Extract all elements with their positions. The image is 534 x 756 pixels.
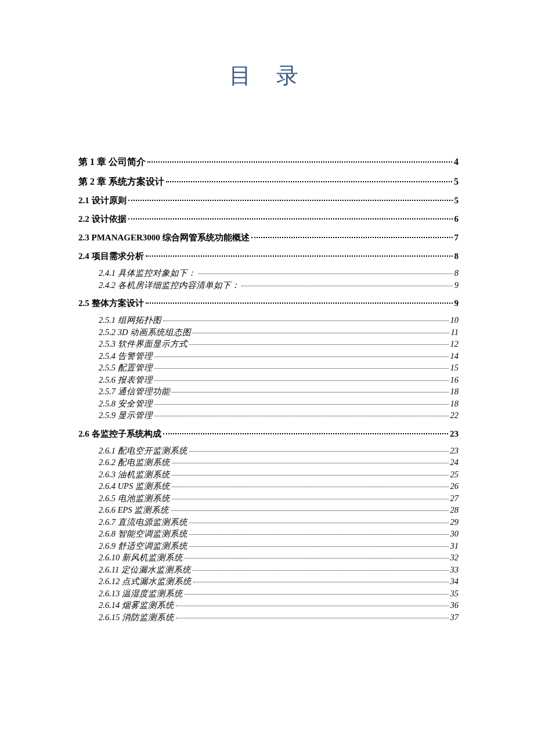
toc-entry[interactable]: 2.6.2 配电监测系统24 <box>99 458 459 467</box>
toc-page-number: 10 <box>450 316 459 325</box>
toc-page-number: 18 <box>450 399 459 408</box>
toc-leader-dots <box>251 237 453 238</box>
toc-label: 2.5.9 显示管理 <box>99 411 153 420</box>
toc-page-number: 9 <box>454 281 459 290</box>
toc-page-number: 4 <box>454 157 459 167</box>
toc-label: 2.4.2 各机房详细监控内容清单如下： <box>99 281 240 290</box>
toc-entry[interactable]: 2.6.7 直流电源监测系统29 <box>99 518 459 527</box>
toc-leader-dots <box>189 451 449 452</box>
toc-entry[interactable]: 第 2 章 系统方案设计5 <box>78 177 459 186</box>
toc-label: 2.5.3 软件界面显示方式 <box>99 340 187 348</box>
toc-entry[interactable]: 2.6.5 电池监测系统27 <box>99 494 459 503</box>
toc-page-number: 35 <box>450 589 459 598</box>
toc-entry[interactable]: 2.2 设计依据6 <box>78 215 459 224</box>
toc-entry[interactable]: 2.6.3 油机监测系统25 <box>99 470 459 479</box>
toc-label: 2.4.1 具体监控对象如下： <box>99 269 196 278</box>
toc-leader-dots <box>241 286 453 286</box>
toc-leader-dots <box>154 368 449 369</box>
toc-page-number: 14 <box>450 352 459 361</box>
toc-page-number: 22 <box>450 411 459 420</box>
toc-page-number: 15 <box>450 363 459 372</box>
toc-entry[interactable]: 2.6.14 烟雾监测系统36 <box>99 601 459 610</box>
toc-label: 2.5.6 报表管理 <box>99 376 153 384</box>
toc-entry[interactable]: 2.5.7 通信管理功能18 <box>99 387 459 396</box>
toc-entry[interactable]: 2.1 设计原则5 <box>78 196 459 205</box>
toc-page-number: 11 <box>451 328 459 337</box>
toc-leader-dots <box>176 618 449 618</box>
toc-label: 2.1 设计原则 <box>78 196 127 205</box>
toc-leader-dots <box>166 181 452 182</box>
toc-entry[interactable]: 2.6.15 消防监测系统37 <box>99 613 459 622</box>
toc-entry[interactable]: 2.4.1 具体监控对象如下：8 <box>99 269 459 278</box>
toc-label: 2.5.5 配置管理 <box>99 363 153 372</box>
toc-entry[interactable]: 2.4.2 各机房详细监控内容清单如下：9 <box>99 281 459 290</box>
toc-entry[interactable]: 2.5.5 配置管理15 <box>99 363 459 372</box>
toc-leader-dots <box>185 594 449 595</box>
toc-entry[interactable]: 2.6.8 智能空调监测系统30 <box>99 530 459 538</box>
toc-entry[interactable]: 2.5.2 3D 动画系统组态图11 <box>99 328 459 337</box>
toc-label: 2.6.13 温湿度监测系统 <box>99 589 183 598</box>
toc-entry[interactable]: 2.4 项目需求分析8 <box>78 252 459 261</box>
toc-leader-dots <box>172 463 449 463</box>
toc-page-number: 32 <box>450 553 459 562</box>
toc-entry[interactable]: 2.5.1 组网拓扑图10 <box>99 316 459 325</box>
toc-entry[interactable]: 2.5.8 安全管理18 <box>99 399 459 408</box>
toc-label: 第 2 章 系统方案设计 <box>78 177 164 186</box>
toc-label: 2.3 PMANAGER3000 综合网管系统功能概述 <box>78 233 250 242</box>
toc-entry[interactable]: 2.3 PMANAGER3000 综合网管系统功能概述7 <box>78 233 459 242</box>
toc-entry[interactable]: 2.6.9 舒适空调监测系统31 <box>99 542 459 550</box>
toc-entry[interactable]: 2.6.13 温湿度监测系统35 <box>99 589 459 598</box>
toc-leader-dots <box>146 303 453 304</box>
toc-page-number: 28 <box>450 506 459 514</box>
toc-page: 目 录 第 1 章 公司简介4第 2 章 系统方案设计52.1 设计原则52.2… <box>0 0 534 679</box>
toc-page-number: 27 <box>450 494 459 503</box>
toc-label: 2.5.4 告警管理 <box>99 352 153 361</box>
toc-leader-dots <box>172 499 449 499</box>
toc-label: 2.6.8 智能空调监测系统 <box>99 530 187 538</box>
toc-entry[interactable]: 2.6 各监控子系统构成23 <box>78 430 459 438</box>
toc-leader-dots <box>193 570 449 571</box>
toc-label: 2.6.6 EPS 监测系统 <box>99 506 169 514</box>
toc-entry[interactable]: 2.5.4 告警管理14 <box>99 352 459 361</box>
toc-page-number: 6 <box>454 215 459 224</box>
toc-page-number: 30 <box>450 530 459 538</box>
toc-page-number: 16 <box>450 376 459 384</box>
toc-leader-dots <box>128 200 453 201</box>
toc-label: 2.2 设计依据 <box>78 215 127 224</box>
toc-entry[interactable]: 2.6.6 EPS 监测系统28 <box>99 506 459 514</box>
toc-label: 2.6.14 烟雾监测系统 <box>99 601 174 610</box>
toc-label: 2.6.3 油机监测系统 <box>99 470 170 479</box>
toc-label: 2.5.8 安全管理 <box>99 399 153 408</box>
toc-entry[interactable]: 2.6.11 定位漏水监测系统33 <box>99 566 459 574</box>
toc-entry[interactable]: 2.5.6 报表管理16 <box>99 376 459 384</box>
toc-leader-dots <box>154 357 449 357</box>
toc-label: 2.6 各监控子系统构成 <box>78 430 161 438</box>
toc-entry[interactable]: 第 1 章 公司简介4 <box>78 157 459 167</box>
toc-label: 2.6.9 舒适空调监测系统 <box>99 542 187 550</box>
toc-entry[interactable]: 2.5 整体方案设计9 <box>78 299 459 308</box>
toc-label: 2.6.2 配电监测系统 <box>99 458 170 467</box>
page-title: 目 录 <box>78 61 459 91</box>
toc-label: 2.5 整体方案设计 <box>78 299 144 308</box>
toc-page-number: 23 <box>450 430 459 438</box>
toc-entry[interactable]: 2.6.10 新风机监测系统32 <box>99 553 459 562</box>
toc-label: 2.6.1 配电空开监测系统 <box>99 447 187 455</box>
toc-entry[interactable]: 2.6.1 配电空开监测系统23 <box>99 447 459 455</box>
toc-entry[interactable]: 2.5.3 软件界面显示方式12 <box>99 340 459 348</box>
toc-page-number: 23 <box>450 447 459 455</box>
toc-page-number: 12 <box>450 340 459 348</box>
toc-leader-dots <box>147 161 452 163</box>
toc-leader-dots <box>154 404 449 405</box>
toc-page-number: 26 <box>450 482 459 491</box>
toc-page-number: 31 <box>450 542 459 550</box>
toc-leader-dots <box>189 534 449 535</box>
toc-leader-dots <box>176 606 449 606</box>
toc-leader-dots <box>198 273 453 274</box>
toc-label: 2.5.7 通信管理功能 <box>99 387 170 396</box>
toc-entry[interactable]: 2.6.12 点式漏水监测系统34 <box>99 577 459 586</box>
toc-label: 2.5.1 组网拓扑图 <box>99 316 161 325</box>
toc-entry[interactable]: 2.5.9 显示管理22 <box>99 411 459 420</box>
toc-entry[interactable]: 2.6.4 UPS 监测系统26 <box>99 482 459 491</box>
toc-label: 2.4 项目需求分析 <box>78 252 144 261</box>
toc-page-number: 25 <box>450 470 459 479</box>
